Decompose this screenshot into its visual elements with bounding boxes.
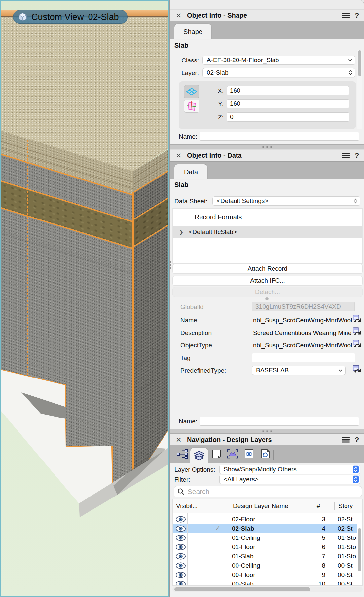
tab-references-icon[interactable] (260, 449, 271, 460)
filter-select[interactable]: <All Layers> (219, 475, 360, 484)
help-icon[interactable]: ? (355, 11, 359, 20)
table-header[interactable]: Visibil... Design Layer Name # Story (173, 499, 362, 513)
menu-icon[interactable] (342, 437, 350, 443)
panel-header[interactable]: ✕ Object Info - Shape ? (170, 9, 364, 21)
menu-icon[interactable] (342, 153, 350, 158)
table-row[interactable]: 01-Floor 6 01-Sto (173, 542, 357, 552)
table-row[interactable]: 00-Floor 9 00-St (173, 570, 357, 579)
object-name-field[interactable] (200, 417, 359, 426)
layer-select[interactable]: 02-Slab (202, 68, 355, 77)
close-icon[interactable]: ✕ (176, 436, 182, 443)
up-down-arrows-icon (354, 198, 357, 204)
column-drag-handle[interactable] (170, 261, 171, 269)
table-row[interactable]: 01-Ceiling 5 01-Sto (173, 533, 357, 542)
palette-column: ✕ Object Info - Shape ? Shape Slab Class… (169, 0, 364, 597)
col-number[interactable]: # (317, 502, 320, 510)
tab-shape[interactable]: Shape (174, 24, 211, 39)
ifc-link-icon[interactable] (353, 340, 362, 348)
object-type-heading: Slab (174, 42, 188, 49)
menu-icon[interactable] (342, 13, 350, 18)
disclosure-icon[interactable]: ❯ (179, 229, 183, 236)
tab-design-layers[interactable] (190, 448, 208, 464)
position-group: X: Y: Z: (179, 81, 356, 129)
view-name: Custom View (31, 12, 84, 22)
tag-field[interactable] (252, 353, 355, 362)
name-label: Name: (170, 418, 197, 425)
ifc-link-icon[interactable] (353, 327, 362, 336)
tab-bar: Shape (170, 21, 364, 39)
nav-mode-bar (170, 445, 364, 463)
visibility-eye-icon[interactable] (175, 562, 186, 571)
table-row[interactable]: 00-Slab 10 00-St (173, 579, 357, 586)
visibility-eye-icon[interactable] (175, 572, 186, 580)
search-icon (177, 488, 184, 495)
tab-classes-icon[interactable] (176, 449, 188, 460)
object-info-data-panel: ✕ Object Info - Data ? Data Slab Data Sh… (170, 149, 364, 429)
class-select[interactable]: A-EF-30-20-M-Floor_Slab (202, 56, 355, 65)
scrollbar-thumb[interactable] (358, 528, 361, 571)
layer-label: Layer: (170, 69, 199, 77)
table-row-selected[interactable]: ✓ 02-Slab 4 02-St (173, 524, 357, 533)
hscrollbar-thumb[interactable] (174, 587, 310, 591)
object-name-field[interactable] (200, 132, 359, 141)
panel-header[interactable]: ✕ Navigation - Design Layers ? (170, 434, 364, 446)
visibility-eye-icon[interactable] (175, 516, 186, 524)
visibility-eye-icon[interactable] (175, 581, 186, 586)
chevron-down-icon (338, 369, 343, 372)
data-sheet-label: Data Sheet: (174, 198, 207, 205)
tab-saved-views-icon[interactable] (244, 449, 254, 460)
scrollbar-thumb[interactable] (358, 50, 361, 76)
table-row[interactable]: 00-Ceiling 8 00-St (173, 561, 357, 570)
section-drag-dot[interactable] (265, 297, 269, 300)
drag-dots-icon (262, 146, 272, 148)
up-down-arrows-icon (349, 70, 352, 76)
class-label: Class: (170, 57, 199, 64)
tab-sheet-layers-icon[interactable] (211, 449, 222, 460)
screen-plane-icon[interactable] (184, 85, 199, 98)
tag-label: Tag (180, 354, 191, 362)
help-icon[interactable]: ? (355, 151, 359, 160)
table-row[interactable]: 02-Floor 3 02-St (173, 515, 357, 524)
predefinedtype-select[interactable]: BASESLAB (252, 366, 346, 375)
stepper-icon (353, 466, 359, 473)
visibility-eye-icon[interactable] (175, 535, 186, 543)
attach-record-button[interactable]: Attach Record (172, 264, 363, 274)
layer-options-select[interactable]: Show/Snap/Modify Others (219, 465, 360, 474)
panel-header[interactable]: ✕ Object Info - Data ? (170, 149, 364, 161)
layers-icon (193, 451, 205, 461)
visibility-eye-icon[interactable] (175, 553, 186, 561)
search-field[interactable] (174, 486, 362, 497)
table-row[interactable]: 01-Slab 7 01-Sto (173, 552, 357, 561)
ifc-name-value[interactable]: nbl_Susp_ScrdCemWrng-MnrlWoolS... (253, 317, 352, 324)
slab-3d-render (1, 1, 168, 596)
visibility-eye-icon[interactable] (175, 525, 186, 534)
y-field[interactable] (227, 99, 349, 108)
help-icon[interactable]: ? (355, 436, 359, 444)
description-value[interactable]: Screed Cementitious Wearing Miner... (253, 329, 352, 337)
record-formats-list: Record Formats: ❯ <Default IfcSlab> (172, 208, 363, 264)
data-sheet-select[interactable]: <Default Settings> (212, 196, 360, 206)
close-icon[interactable]: ✕ (176, 152, 182, 159)
panel-resize-handle[interactable] (170, 144, 364, 149)
attach-ifc-button[interactable]: Attach IFC... (172, 276, 363, 286)
viewport-3d[interactable]: Custom View 02-Slab (0, 0, 169, 597)
z-field[interactable] (227, 112, 349, 122)
cube-icon (18, 12, 27, 21)
working-plane-icon[interactable] (184, 100, 199, 113)
close-icon[interactable]: ✕ (176, 12, 182, 19)
col-name[interactable]: Design Layer Name (233, 502, 288, 510)
panel-resize-handle[interactable] (170, 429, 364, 434)
search-input[interactable] (188, 488, 358, 496)
record-format-item[interactable]: ❯ <Default IfcSlab> (173, 226, 362, 238)
y-label: Y: (212, 100, 224, 108)
col-story[interactable]: Story (338, 502, 353, 510)
col-visibility[interactable]: Visibil... (176, 502, 198, 510)
tab-data[interactable]: Data (174, 164, 207, 179)
ifc-link-icon[interactable] (353, 365, 362, 374)
tab-viewports-icon[interactable] (227, 449, 238, 460)
z-label: Z: (212, 114, 224, 121)
visibility-eye-icon[interactable] (175, 544, 186, 552)
objecttype-value[interactable]: nbl_Susp_ScrdCemWrng-MnrlWoolS... (253, 342, 352, 349)
x-field[interactable] (227, 86, 349, 95)
ifc-link-icon[interactable] (353, 315, 362, 323)
